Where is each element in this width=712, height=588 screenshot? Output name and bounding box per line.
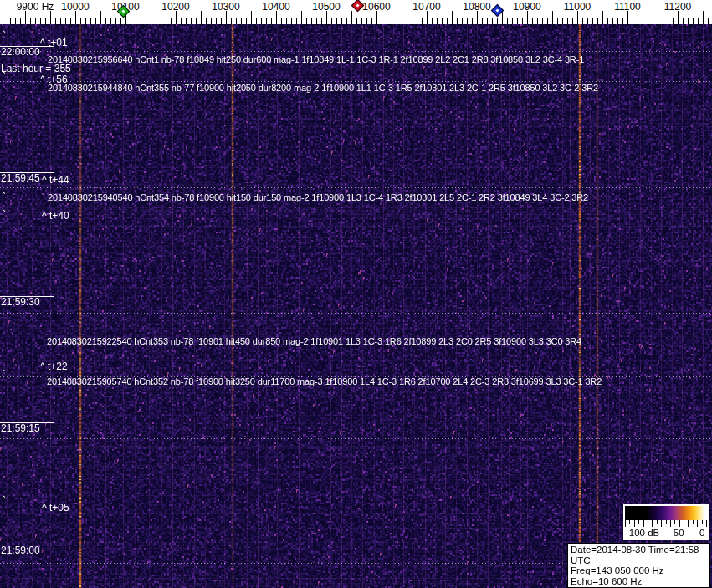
axis-tick (65, 18, 66, 24)
line-start-tick: ` (3, 211, 6, 219)
line-start-tick: ` (3, 497, 6, 505)
axis-tick-label: 10000 (61, 1, 89, 13)
axis-tick (336, 18, 337, 24)
axis-tick (402, 11, 402, 24)
event-time-marker: ^ t+40 (42, 210, 69, 222)
echo-trace-line (0, 313, 712, 314)
axis-tick (291, 18, 292, 24)
axis-tick (482, 18, 483, 24)
time-label: 21:59:15 (0, 423, 54, 434)
spectrogram-waterfall (0, 24, 712, 588)
axis-tick (261, 18, 262, 24)
axis-tick (653, 11, 653, 24)
colorbar-tick (643, 520, 644, 527)
axis-tick (100, 11, 101, 24)
axis-tick (422, 18, 423, 24)
event-time-marker: ^ t+05 (42, 502, 69, 514)
axis-tick (562, 18, 563, 24)
axis-tick (532, 18, 533, 24)
axis-tick (698, 18, 699, 24)
time-tick: 21:59:00 (0, 545, 54, 556)
colorbar-legend: -100 dB -50 0 (623, 504, 709, 540)
colorbar-tick (674, 520, 675, 524)
axis-tick (487, 18, 488, 24)
axis-tick (703, 11, 704, 24)
axis-tick (55, 18, 56, 24)
colorbar-tick (657, 520, 658, 524)
axis-tick (452, 11, 453, 24)
axis-tick (572, 18, 573, 24)
axis-tick (592, 18, 593, 24)
axis-tick (673, 18, 674, 24)
axis-tick (437, 18, 438, 24)
axis-tick (567, 18, 568, 24)
axis-tick-label: 9900 Hz (17, 1, 54, 13)
observation-info-box: Date=2014-08-30 Time=21:58 UTC Freq=143 … (567, 543, 710, 588)
axis-tick (271, 18, 272, 24)
axis-tick (216, 18, 217, 24)
marker-center-dot (122, 9, 125, 13)
axis-tick-label: 10700 (412, 1, 440, 13)
info-date-time-line: Date=2014-08-30 Time=21:58 UTC (571, 545, 708, 565)
axis-tick (176, 11, 177, 24)
colorbar-tick (648, 520, 648, 524)
axis-tick (10, 18, 11, 24)
axis-tick (136, 18, 136, 24)
axis-tick (286, 18, 287, 24)
axis-tick (407, 18, 407, 24)
axis-tick (432, 18, 433, 24)
axis-tick (35, 18, 36, 24)
axis-tick (472, 18, 473, 24)
axis-tick (256, 18, 257, 24)
colorbar-min-label: -100 dB (626, 528, 659, 538)
info-echo-line: Echo=10 600 Hz (571, 576, 708, 587)
colorbar-tick (693, 520, 694, 524)
axis-tick (658, 18, 658, 24)
colorbar-tick (634, 520, 635, 527)
line-start-tick: ` (3, 193, 6, 202)
colorbar-mid-label: -50 (670, 528, 684, 538)
axis-tick (326, 11, 327, 24)
axis-tick (30, 18, 31, 24)
axis-tick (85, 18, 86, 24)
axis-tick (131, 18, 131, 24)
axis-tick (547, 18, 548, 24)
colorbar-labels: -100 dB -50 0 (623, 528, 709, 540)
echo-trace-line (0, 51, 712, 52)
axis-tick (241, 18, 242, 24)
axis-tick (40, 18, 41, 24)
last-hour-counter: Last hour = 355 (1, 63, 71, 74)
axis-tick (587, 18, 588, 24)
line-start-tick: ` (3, 32, 6, 40)
axis-tick (617, 18, 618, 24)
axis-tick (221, 18, 222, 24)
axis-tick (507, 18, 508, 24)
colorbar-ticks (625, 520, 707, 528)
axis-tick (120, 18, 121, 24)
colorbar-tick (679, 520, 680, 527)
event-time-marker: ^ t+44 (42, 174, 69, 186)
axis-tick (356, 18, 357, 24)
axis-tick (201, 11, 202, 24)
axis-tick (602, 11, 603, 24)
axis-tick (115, 18, 116, 24)
axis-tick (552, 11, 553, 24)
axis-tick (663, 18, 663, 24)
detection-log-line: 20140830215944840 hCnt355 nb-77 f10900 h… (48, 83, 598, 93)
axis-tick-label: 10400 (262, 1, 289, 13)
event-time-marker: ^ t+01 (40, 37, 68, 49)
axis-tick (678, 11, 679, 24)
colorbar-tick (670, 520, 671, 527)
axis-tick (60, 18, 61, 24)
detection-log-line: 20140830215940540 hCnt354 nb-78 f10900 h… (48, 192, 588, 202)
axis-tick (95, 18, 96, 24)
axis-tick (382, 18, 382, 24)
axis-tick (497, 18, 498, 24)
echo-trace-line (0, 438, 712, 439)
axis-tick (266, 18, 267, 24)
colorbar-gradient (625, 506, 707, 520)
axis-tick-label: 10600 (362, 1, 390, 13)
axis-tick-label: 10500 (312, 1, 340, 13)
axis-tick (371, 18, 372, 24)
axis-tick (146, 18, 146, 24)
